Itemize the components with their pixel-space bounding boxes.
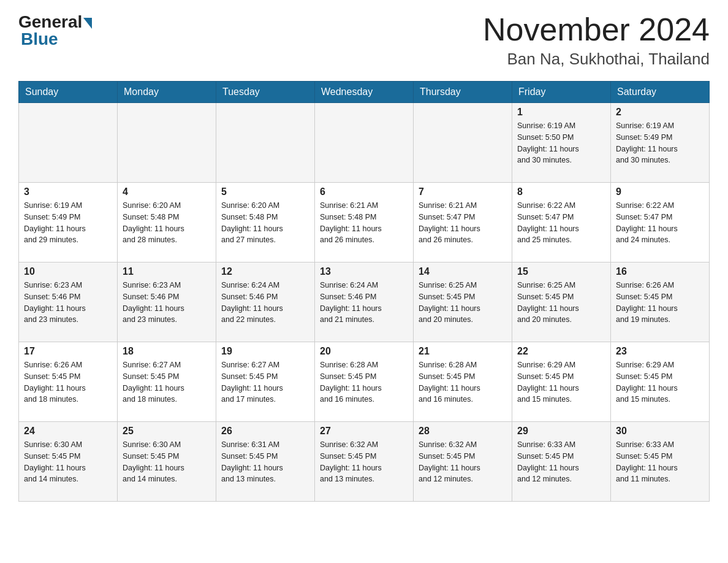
calendar-week-row: 17Sunrise: 6:26 AM Sunset: 5:45 PM Dayli…: [19, 342, 710, 422]
day-number: 18: [123, 346, 211, 357]
day-info: Sunrise: 6:22 AM Sunset: 5:47 PM Dayligh…: [517, 200, 605, 246]
day-of-week-header: Tuesday: [216, 82, 315, 103]
calendar-week-row: 10Sunrise: 6:23 AM Sunset: 5:46 PM Dayli…: [19, 262, 710, 342]
day-number: 12: [221, 266, 309, 277]
day-number: 29: [517, 426, 605, 437]
day-info: Sunrise: 6:19 AM Sunset: 5:49 PM Dayligh…: [24, 200, 112, 246]
day-info: Sunrise: 6:23 AM Sunset: 5:46 PM Dayligh…: [24, 280, 112, 326]
calendar-cell: 9Sunrise: 6:22 AM Sunset: 5:47 PM Daylig…: [611, 183, 710, 262]
calendar-cell: 13Sunrise: 6:24 AM Sunset: 5:46 PM Dayli…: [315, 262, 414, 342]
day-info: Sunrise: 6:28 AM Sunset: 5:45 PM Dayligh…: [320, 359, 408, 405]
day-number: 9: [616, 186, 704, 197]
calendar-cell: 24Sunrise: 6:30 AM Sunset: 5:45 PM Dayli…: [19, 422, 118, 502]
day-info: Sunrise: 6:20 AM Sunset: 5:48 PM Dayligh…: [221, 200, 309, 246]
day-info: Sunrise: 6:21 AM Sunset: 5:47 PM Dayligh…: [419, 200, 507, 246]
calendar-cell: 29Sunrise: 6:33 AM Sunset: 5:45 PM Dayli…: [512, 422, 611, 502]
day-number: 8: [517, 186, 605, 197]
calendar-cell: [414, 103, 512, 183]
day-number: 28: [419, 426, 507, 437]
day-info: Sunrise: 6:22 AM Sunset: 5:47 PM Dayligh…: [616, 200, 704, 246]
calendar-cell: 15Sunrise: 6:25 AM Sunset: 5:45 PM Dayli…: [512, 262, 611, 342]
day-number: 20: [320, 346, 408, 357]
day-info: Sunrise: 6:30 AM Sunset: 5:45 PM Dayligh…: [123, 439, 211, 485]
calendar-cell: 14Sunrise: 6:25 AM Sunset: 5:45 PM Dayli…: [414, 262, 512, 342]
day-of-week-header: Thursday: [414, 82, 512, 103]
day-number: 21: [419, 346, 507, 357]
day-number: 7: [419, 186, 507, 197]
day-info: Sunrise: 6:26 AM Sunset: 5:45 PM Dayligh…: [616, 280, 704, 326]
day-info: Sunrise: 6:26 AM Sunset: 5:45 PM Dayligh…: [24, 359, 112, 405]
calendar-cell: 25Sunrise: 6:30 AM Sunset: 5:45 PM Dayli…: [118, 422, 216, 502]
day-number: 17: [24, 346, 112, 357]
day-info: Sunrise: 6:19 AM Sunset: 5:50 PM Dayligh…: [517, 120, 605, 166]
day-number: 27: [320, 426, 408, 437]
day-number: 2: [616, 107, 704, 118]
calendar-cell: 5Sunrise: 6:20 AM Sunset: 5:48 PM Daylig…: [216, 183, 315, 262]
calendar-cell: 2Sunrise: 6:19 AM Sunset: 5:49 PM Daylig…: [611, 103, 710, 183]
day-info: Sunrise: 6:33 AM Sunset: 5:45 PM Dayligh…: [616, 439, 704, 485]
title-block: November 2024 Ban Na, Sukhothai, Thailan…: [483, 12, 710, 69]
logo-blue-text: Blue: [21, 29, 58, 49]
day-info: Sunrise: 6:20 AM Sunset: 5:48 PM Dayligh…: [123, 200, 211, 246]
day-of-week-header: Friday: [512, 82, 611, 103]
calendar-title: November 2024: [483, 12, 710, 47]
logo: General Blue: [18, 12, 92, 49]
calendar-cell: 22Sunrise: 6:29 AM Sunset: 5:45 PM Dayli…: [512, 342, 611, 422]
logo-arrow-icon: [83, 18, 92, 29]
calendar-cell: 16Sunrise: 6:26 AM Sunset: 5:45 PM Dayli…: [611, 262, 710, 342]
day-info: Sunrise: 6:31 AM Sunset: 5:45 PM Dayligh…: [221, 439, 309, 485]
day-number: 1: [517, 107, 605, 118]
calendar-cell: [19, 103, 118, 183]
day-number: 19: [221, 346, 309, 357]
calendar-cell: 4Sunrise: 6:20 AM Sunset: 5:48 PM Daylig…: [118, 183, 216, 262]
day-number: 6: [320, 186, 408, 197]
calendar-cell: 26Sunrise: 6:31 AM Sunset: 5:45 PM Dayli…: [216, 422, 315, 502]
day-number: 15: [517, 266, 605, 277]
day-info: Sunrise: 6:32 AM Sunset: 5:45 PM Dayligh…: [320, 439, 408, 485]
calendar-cell: 20Sunrise: 6:28 AM Sunset: 5:45 PM Dayli…: [315, 342, 414, 422]
calendar-week-row: 24Sunrise: 6:30 AM Sunset: 5:45 PM Dayli…: [19, 422, 710, 502]
day-number: 24: [24, 426, 112, 437]
calendar-cell: [118, 103, 216, 183]
calendar-week-row: 3Sunrise: 6:19 AM Sunset: 5:49 PM Daylig…: [19, 183, 710, 262]
calendar-week-row: 1Sunrise: 6:19 AM Sunset: 5:50 PM Daylig…: [19, 103, 710, 183]
day-number: 3: [24, 186, 112, 197]
day-info: Sunrise: 6:23 AM Sunset: 5:46 PM Dayligh…: [123, 280, 211, 326]
day-info: Sunrise: 6:25 AM Sunset: 5:45 PM Dayligh…: [517, 280, 605, 326]
day-number: 23: [616, 346, 704, 357]
day-of-week-header: Saturday: [611, 82, 710, 103]
day-number: 26: [221, 426, 309, 437]
day-info: Sunrise: 6:29 AM Sunset: 5:45 PM Dayligh…: [616, 359, 704, 405]
day-of-week-header: Monday: [118, 82, 216, 103]
calendar-cell: 8Sunrise: 6:22 AM Sunset: 5:47 PM Daylig…: [512, 183, 611, 262]
day-number: 5: [221, 186, 309, 197]
calendar-cell: 6Sunrise: 6:21 AM Sunset: 5:48 PM Daylig…: [315, 183, 414, 262]
day-of-week-header: Sunday: [19, 82, 118, 103]
calendar-cell: [216, 103, 315, 183]
calendar-cell: 12Sunrise: 6:24 AM Sunset: 5:46 PM Dayli…: [216, 262, 315, 342]
day-number: 13: [320, 266, 408, 277]
day-number: 10: [24, 266, 112, 277]
day-info: Sunrise: 6:28 AM Sunset: 5:45 PM Dayligh…: [419, 359, 507, 405]
calendar-cell: 18Sunrise: 6:27 AM Sunset: 5:45 PM Dayli…: [118, 342, 216, 422]
day-info: Sunrise: 6:25 AM Sunset: 5:45 PM Dayligh…: [419, 280, 507, 326]
calendar-cell: 10Sunrise: 6:23 AM Sunset: 5:46 PM Dayli…: [19, 262, 118, 342]
day-info: Sunrise: 6:24 AM Sunset: 5:46 PM Dayligh…: [320, 280, 408, 326]
day-info: Sunrise: 6:30 AM Sunset: 5:45 PM Dayligh…: [24, 439, 112, 485]
day-info: Sunrise: 6:24 AM Sunset: 5:46 PM Dayligh…: [221, 280, 309, 326]
calendar-header-row: SundayMondayTuesdayWednesdayThursdayFrid…: [19, 82, 710, 103]
calendar-table: SundayMondayTuesdayWednesdayThursdayFrid…: [18, 81, 710, 502]
day-number: 11: [123, 266, 211, 277]
day-of-week-header: Wednesday: [315, 82, 414, 103]
calendar-subtitle: Ban Na, Sukhothai, Thailand: [483, 50, 710, 69]
day-info: Sunrise: 6:21 AM Sunset: 5:48 PM Dayligh…: [320, 200, 408, 246]
calendar-cell: 11Sunrise: 6:23 AM Sunset: 5:46 PM Dayli…: [118, 262, 216, 342]
day-number: 16: [616, 266, 704, 277]
day-info: Sunrise: 6:32 AM Sunset: 5:45 PM Dayligh…: [419, 439, 507, 485]
calendar-cell: 3Sunrise: 6:19 AM Sunset: 5:49 PM Daylig…: [19, 183, 118, 262]
day-number: 25: [123, 426, 211, 437]
calendar-cell: 30Sunrise: 6:33 AM Sunset: 5:45 PM Dayli…: [611, 422, 710, 502]
day-info: Sunrise: 6:29 AM Sunset: 5:45 PM Dayligh…: [517, 359, 605, 405]
calendar-cell: 19Sunrise: 6:27 AM Sunset: 5:45 PM Dayli…: [216, 342, 315, 422]
day-info: Sunrise: 6:27 AM Sunset: 5:45 PM Dayligh…: [221, 359, 309, 405]
